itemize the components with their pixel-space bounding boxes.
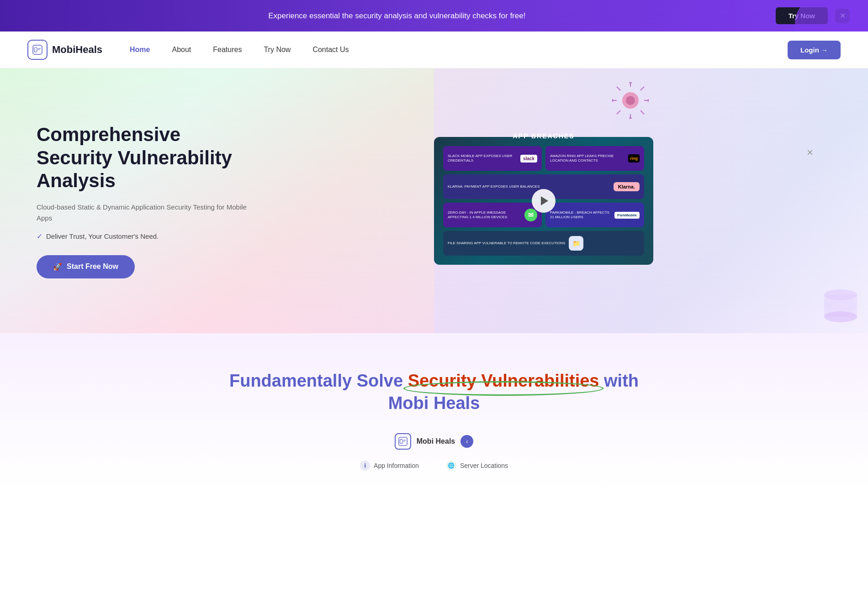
start-free-label: Start Free Now xyxy=(67,262,118,271)
bottom-section: Fundamentally Solve Security Vulnerabili… xyxy=(0,333,868,489)
svg-point-7 xyxy=(629,82,632,84)
login-button[interactable]: Login → xyxy=(788,41,841,59)
close-banner-button[interactable]: ✕ xyxy=(835,9,850,23)
nav-features[interactable]: Features xyxy=(213,46,242,54)
slack-logo: slack xyxy=(520,155,537,163)
card-title: APP BREACHES xyxy=(513,132,575,140)
card-text-parkmobile: PARKMOBILE - BREACH AFFECTS 21 MILLION U… xyxy=(550,210,611,220)
nav-about[interactable]: About xyxy=(172,46,191,54)
svg-line-15 xyxy=(640,87,644,90)
start-free-button[interactable]: 🚀 Start Free Now xyxy=(37,255,135,278)
close-popup-button[interactable]: × xyxy=(807,146,813,159)
feature-server-locations: 🌐 Server Locations xyxy=(446,461,508,471)
svg-point-11 xyxy=(612,99,614,102)
headline-highlight: Security Vulnerabilities xyxy=(408,370,599,392)
svg-line-14 xyxy=(617,87,620,90)
hero-section: Comprehensive Security Vulnerability Ana… xyxy=(0,68,868,333)
svg-point-5 xyxy=(626,96,635,105)
card-text-amazon: AMAZON RING APP LEAKS PRECISE LOCATION A… xyxy=(550,154,625,163)
banner-try-now-button[interactable]: Try Now xyxy=(776,7,828,24)
hero-check-item: ✓ Deliver Trust, Your Customer's Need. xyxy=(37,232,256,241)
parkmobile-logo: ParkMobile xyxy=(614,212,640,219)
app-preview-bar: Mobi Heals ‹ xyxy=(18,433,850,450)
svg-point-21 xyxy=(824,300,857,311)
check-icon: ✓ xyxy=(37,232,42,241)
breach-card-amazon: AMAZON RING APP LEAKS PRECISE LOCATION A… xyxy=(545,146,644,171)
card-text-fileshare: FILE SHARING APP VULNERABLE TO REMOTE CO… xyxy=(448,241,565,246)
breach-card-parkmobile: PARKMOBILE - BREACH AFFECTS 21 MILLION U… xyxy=(545,203,644,227)
app-info-icon: ℹ xyxy=(360,461,370,471)
app-breaches-card: APP BREACHES SLACK MOBILE APP EXPOSES US… xyxy=(434,137,653,265)
features-row: ℹ App Information 🌐 Server Locations xyxy=(18,461,850,471)
app-preview-name: Mobi Heals xyxy=(417,437,455,446)
headline-blue: Fundamentally Solve xyxy=(229,371,403,390)
svg-point-13 xyxy=(647,99,649,102)
bottom-headline: Fundamentally Solve Security Vulnerabili… xyxy=(18,370,850,415)
logo[interactable]: MobiHeals xyxy=(27,40,102,60)
headline-with: with xyxy=(604,371,639,390)
server-locations-label: Server Locations xyxy=(460,462,508,469)
breach-card-slack: SLACK MOBILE APP EXPOSES USER CREDENTIAL… xyxy=(443,146,542,171)
nav-contact[interactable]: Contact Us xyxy=(312,46,349,54)
hero-content: Comprehensive Security Vulnerability Ana… xyxy=(37,123,256,278)
logo-icon xyxy=(27,40,48,60)
breach-card-imessage: ZERO-DAY - IN APPLE IMESSAGE AFFECTING 1… xyxy=(443,203,542,227)
navbar: MobiHeals Home About Features Try Now Co… xyxy=(0,31,868,68)
hero-title: Comprehensive Security Vulnerability Ana… xyxy=(37,123,256,192)
virus-decoration xyxy=(612,82,649,119)
fileshare-logo: 📁 xyxy=(569,236,583,251)
hero-check-text: Deliver Trust, Your Customer's Need. xyxy=(46,232,159,240)
feature-app-info: ℹ App Information xyxy=(360,461,419,471)
svg-point-20 xyxy=(824,311,857,322)
card-text-klarna: KLARNA: PAYMENT APP EXPOSES USER BALANCE… xyxy=(448,184,540,189)
decoration-bottom-right xyxy=(813,278,868,333)
hero-video: × APP BREACHES SLACK MOBILE APP EXPOSES … xyxy=(256,137,831,265)
card-text-slack: SLACK MOBILE APP EXPOSES USER CREDENTIAL… xyxy=(448,154,517,163)
nav-links: Home About Features Try Now Contact Us xyxy=(130,46,788,54)
top-banner: Experience essential the security analys… xyxy=(0,0,868,31)
klarna-logo: Klarna. xyxy=(614,182,640,191)
app-preview-logo-icon xyxy=(395,433,411,450)
svg-rect-1 xyxy=(34,47,37,52)
nav-home[interactable]: Home xyxy=(130,46,150,54)
amazon-logo: ring xyxy=(628,154,640,163)
svg-rect-23 xyxy=(400,439,402,443)
nav-try-now[interactable]: Try Now xyxy=(264,46,291,54)
server-locations-icon: 🌐 xyxy=(446,461,456,471)
card-text-imessage: ZERO-DAY - IN APPLE IMESSAGE AFFECTING 1… xyxy=(448,210,521,220)
app-preview-chevron-button[interactable]: ‹ xyxy=(460,435,473,448)
banner-text: Experience essential the security analys… xyxy=(18,11,776,21)
svg-point-9 xyxy=(629,117,632,119)
svg-line-16 xyxy=(617,110,620,114)
logo-text: MobiHeals xyxy=(52,44,102,56)
rocket-icon: 🚀 xyxy=(53,262,62,271)
svg-line-17 xyxy=(640,110,644,114)
hero-subtitle: Cloud-based Static & Dynamic Application… xyxy=(37,202,256,224)
breach-card-fileshare: FILE SHARING APP VULNERABLE TO REMOTE CO… xyxy=(443,231,644,256)
imessage-logo: ✉ xyxy=(524,209,537,221)
app-info-label: App Information xyxy=(374,462,419,469)
play-triangle-icon xyxy=(541,196,548,205)
play-button[interactable] xyxy=(532,189,556,213)
headline-line2: Mobi Heals xyxy=(388,393,480,413)
